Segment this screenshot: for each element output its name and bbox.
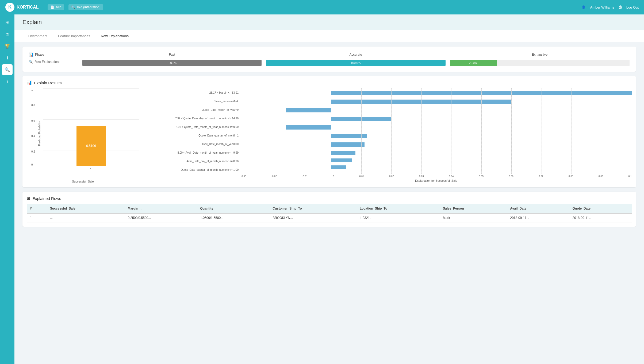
- sidebar-item-grid[interactable]: ⊞: [2, 17, 13, 28]
- col-phase: 📊 Phase: [27, 51, 80, 58]
- sidebar-item-info[interactable]: ℹ: [2, 76, 13, 87]
- bar-7: [331, 142, 364, 147]
- tab-feature-importances[interactable]: Feature Importances: [53, 30, 95, 42]
- logo-circle: K: [5, 3, 14, 12]
- x-tick-p2: 0.02: [389, 175, 394, 177]
- rule-label-7: Avail_Date_month_of_year=10: [144, 143, 239, 146]
- nav-sold-label: sold: [56, 5, 62, 9]
- cell-quote-date: 2018-09-11...: [569, 213, 632, 222]
- nav-sold[interactable]: 📄 sold: [48, 4, 64, 10]
- cell-quantity: 1.0500/1.5500...: [197, 213, 269, 222]
- bar-9: [331, 158, 352, 162]
- nav-left: K KORTICAL 📄 sold 🔍 sold (Integration): [5, 3, 103, 12]
- cell-customer: BROOKLYN...: [269, 213, 356, 222]
- x-tick-p10: 0.1: [628, 175, 632, 177]
- search-nav-icon: 🔍: [71, 5, 75, 9]
- tabs-bar: Environment Feature Importances Row Expl…: [14, 30, 644, 42]
- phase-card: 📊 Phase Fast Accurate Exhaustive 🔍: [22, 47, 636, 72]
- nav-divider: [43, 3, 43, 11]
- table-row: 1 ... 0.2500/0.5500... 1.0500/1.5500... …: [27, 213, 632, 222]
- bar-5: [286, 125, 331, 130]
- nav-integration[interactable]: 🔍 sold (Integration): [68, 4, 103, 10]
- col-accurate: Accurate: [264, 51, 447, 58]
- x-tick-p3: 0.03: [419, 175, 424, 177]
- rule-label-5: 8.01 < Quote_Date_month_of_year_numeric …: [144, 126, 239, 128]
- bar-6: [331, 134, 367, 138]
- cell-avail-date: 2018-09-11...: [507, 213, 569, 222]
- sidebar: ⊞ ⚗ 🏆 ⬆ 🔍 ℹ: [0, 14, 14, 364]
- orange-bar: 0.5106: [76, 126, 106, 166]
- user-name: Amber Williams: [590, 5, 614, 9]
- rule-label-3: Quote_Date_month_of_year=9: [144, 108, 239, 111]
- search-phase-icon: 🔍: [29, 60, 33, 64]
- bar-chart-icon: 📊: [27, 80, 32, 85]
- rule-label-10: Quote_Date_quarter_of_month_numeric <= 1…: [144, 168, 239, 171]
- sidebar-item-search[interactable]: 🔍: [2, 64, 13, 75]
- rule-label-6: Quote_Date_quarter_of_month=1: [144, 134, 239, 137]
- brand-logo: K KORTICAL: [5, 3, 39, 12]
- col-quote-date: Quote_Date: [569, 204, 632, 213]
- fast-progress: 100.0%: [80, 58, 264, 67]
- y-axis-title: Predicted Probability: [38, 121, 41, 146]
- x-tick-p8: 0.08: [569, 175, 573, 177]
- sidebar-item-upload[interactable]: ⬆: [2, 52, 13, 63]
- x-tick-p4: 0.04: [449, 175, 454, 177]
- cell-sales-person: Mark: [440, 213, 507, 222]
- x-tick-p7: 0.07: [539, 175, 543, 177]
- explain-results-card: 📊 Explain Results Predicted Probability …: [22, 76, 636, 187]
- col-fast: Fast: [80, 51, 264, 58]
- brand-name: KORTICAL: [17, 5, 39, 10]
- explain-charts: Predicted Probability 1 0.8 0.6 0.4 0.2 …: [27, 88, 632, 183]
- x-tick-n1: -0.01: [302, 175, 308, 177]
- page-header: Explain: [14, 14, 644, 30]
- nav-integration-label: sold (Integration): [76, 5, 101, 9]
- col-exhaustive: Exhaustive: [448, 51, 632, 58]
- table-icon: ⊞: [27, 196, 30, 201]
- file-icon: 📄: [50, 5, 54, 9]
- x-tick-p6: 0.06: [509, 175, 513, 177]
- exhaustive-progress: 26.0%: [448, 58, 632, 67]
- explained-rows-table: # Successful_Sale Margin ↓ Quantity Cust…: [27, 204, 632, 222]
- explained-rows-title: ⊞ Explained Rows: [27, 196, 632, 201]
- user-icon: 👤: [581, 5, 586, 9]
- phase-table: 📊 Phase Fast Accurate Exhaustive 🔍: [27, 51, 632, 67]
- x-tick-n2: -0.02: [271, 175, 277, 177]
- tab-environment[interactable]: Environment: [22, 30, 53, 42]
- x-axis-title: Explanation for Successful_Sale: [241, 179, 632, 182]
- cell-num: 1: [27, 213, 47, 222]
- x-tick-p5: 0.05: [479, 175, 484, 177]
- rule-label-8: 8.00 < Avail_Date_month_of_year_numeric …: [144, 151, 239, 154]
- page-title: Explain: [22, 19, 636, 26]
- zero-line: [331, 88, 331, 174]
- x-tick-p9: 0.09: [599, 175, 603, 177]
- explain-results-title: 📊 Explain Results: [27, 80, 632, 85]
- rule-label-1: 23.17 < Margin <= 33.91: [144, 91, 239, 94]
- logout-link[interactable]: Log Out: [626, 5, 639, 9]
- rule-label-9: Avail_Date_day_of_month_numeric <= 8.96: [144, 160, 239, 163]
- col-avail-date: Avail_Date: [507, 204, 569, 213]
- x-axis-label: Successful_Sale: [27, 180, 139, 183]
- col-successful-sale: Successful_Sale: [47, 204, 124, 213]
- cell-location: L-2321...: [356, 213, 440, 222]
- tab-row-explanations[interactable]: Row Explanations: [95, 30, 134, 42]
- logout-icon: ⏻: [619, 5, 622, 9]
- bar-3: [286, 108, 331, 112]
- bar-10: [331, 165, 346, 169]
- col-quantity: Quantity: [197, 204, 269, 213]
- col-customer: Customer_Ship_To: [269, 204, 356, 213]
- left-chart: Predicted Probability 1 0.8 0.6 0.4 0.2 …: [27, 88, 139, 183]
- rule-label-4: 7.97 < Quote_Date_day_of_month_numeric <…: [144, 117, 239, 120]
- sidebar-item-trophy[interactable]: 🏆: [2, 41, 13, 51]
- x-tick-p1: 0.01: [359, 175, 364, 177]
- chart-bar-icon: 📊: [29, 52, 33, 57]
- layout: ⊞ ⚗ 🏆 ⬆ 🔍 ℹ Explain Environment Feature …: [0, 14, 644, 364]
- top-nav: K KORTICAL 📄 sold 🔍 sold (Integration) 👤…: [0, 0, 644, 14]
- x-tick-n3: -0.03: [241, 175, 246, 177]
- cell-margin: 0.2500/0.5500...: [125, 213, 197, 222]
- sidebar-item-flask[interactable]: ⚗: [2, 29, 13, 40]
- right-chart: 23.17 < Margin <= 33.91 Sales_Person=Mar…: [144, 88, 632, 182]
- rule-label-2: Sales_Person=Mark: [144, 100, 239, 103]
- cell-successful-sale: ...: [47, 213, 124, 222]
- phase-row-label: 🔍 Row Explanations: [27, 58, 80, 65]
- main-content: Explain Environment Feature Importances …: [14, 14, 644, 364]
